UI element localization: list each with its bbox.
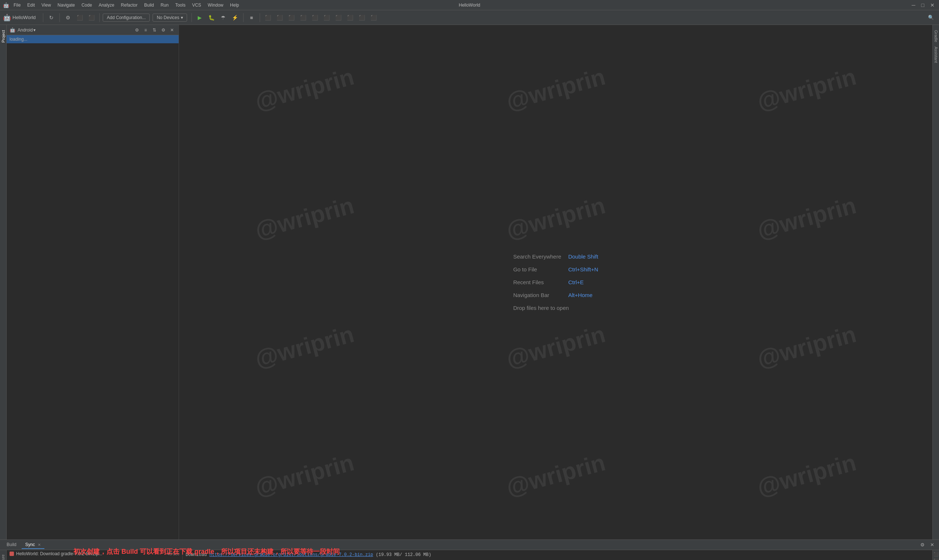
wm-12: @wriprin bbox=[669, 381, 933, 540]
sidebar-tab-project[interactable]: Project bbox=[0, 28, 6, 45]
toolbar-btn-extra-8[interactable]: ⬛ bbox=[345, 12, 356, 23]
toolbar-btn-extra-3[interactable]: ⬛ bbox=[286, 12, 297, 23]
menu-build[interactable]: Build bbox=[141, 2, 157, 8]
coverage-button[interactable]: ☂ bbox=[218, 12, 228, 23]
stop-button[interactable]: ■ bbox=[246, 12, 257, 23]
menu-file[interactable]: File bbox=[11, 2, 23, 8]
menu-vcs[interactable]: VCS bbox=[189, 2, 204, 8]
bottom-panel-actions: ⚙ ✕ bbox=[919, 541, 936, 549]
sidebar-tab-gradle[interactable]: Gradle bbox=[933, 28, 939, 45]
menu-refactor[interactable]: Refactor bbox=[118, 2, 140, 8]
menu-help[interactable]: Help bbox=[227, 2, 242, 8]
window-title: HelloWorld bbox=[459, 3, 480, 8]
wm-1: @wriprin bbox=[179, 25, 442, 184]
toolbar-separator-5 bbox=[243, 13, 243, 22]
build-row-text: HelloWorld: Download gradle-7.0.2-bin.zi… bbox=[16, 551, 102, 556]
bottom-content: ▶ 📌 ⊙ HelloWorld: Download gradle-7.0.2-… bbox=[0, 550, 939, 560]
hint-label-drop: Drop files here to open bbox=[513, 305, 569, 311]
toolbar-sync-btn[interactable]: ↻ bbox=[46, 12, 57, 23]
project-list-icon[interactable]: ≡ bbox=[142, 26, 149, 34]
build-output-panel: Download https://services.gradle.org/dis… bbox=[183, 550, 933, 560]
menu-code[interactable]: Code bbox=[79, 2, 95, 8]
debug-button[interactable]: 🐛 bbox=[206, 12, 217, 23]
close-button[interactable]: ✕ bbox=[929, 2, 936, 8]
build-row-item[interactable]: HelloWorld: Download gradle-7.0.2-bin.zi… bbox=[6, 550, 182, 557]
toolbar-separator-6 bbox=[260, 13, 260, 22]
wm-3: @wriprin bbox=[669, 25, 933, 184]
toolbar-separator-4 bbox=[191, 13, 192, 22]
toolbar-btn-extra-4[interactable]: ⬛ bbox=[298, 12, 308, 23]
menu-edit[interactable]: Edit bbox=[24, 2, 38, 8]
dropdown-arrow-icon: ▾ bbox=[33, 28, 35, 32]
editor-hints: Search Everywhere Double Shift Go to Fil… bbox=[513, 254, 598, 311]
tab-sync[interactable]: Sync ✕ bbox=[22, 541, 45, 549]
toolbar-btn-1[interactable]: ⚙ bbox=[63, 12, 73, 23]
wm-2: @wriprin bbox=[418, 25, 694, 184]
search-everywhere-button[interactable]: 🔍 bbox=[926, 12, 936, 23]
build-row-time: 49 sec bbox=[168, 552, 179, 556]
project-view-label: Android bbox=[18, 28, 32, 32]
toolbar-separator-2 bbox=[59, 13, 60, 22]
bottom-structure-tab[interactable]: Structure bbox=[0, 553, 6, 560]
bottom-close-icon[interactable]: ✕ bbox=[928, 541, 936, 549]
menu-analyze[interactable]: Analyze bbox=[96, 2, 117, 8]
bottom-settings-icon[interactable]: ⚙ bbox=[919, 541, 927, 549]
maximize-button[interactable]: □ bbox=[920, 2, 926, 8]
menu-view[interactable]: View bbox=[38, 2, 54, 8]
project-gear-icon[interactable]: ⚙ bbox=[160, 26, 167, 34]
editor-area: @wriprin @wriprin @wriprin @wriprin @wri… bbox=[179, 25, 933, 540]
toolbar-app-name: HelloWorld bbox=[12, 15, 35, 20]
bottom-tabs: Build Sync ✕ ⚙ ✕ bbox=[0, 540, 939, 550]
tab-sync-close-icon[interactable]: ✕ bbox=[38, 543, 41, 547]
project-sort-icon[interactable]: ⇅ bbox=[151, 26, 158, 34]
hint-label-search: Search Everywhere bbox=[513, 254, 565, 260]
hint-search-everywhere: Search Everywhere Double Shift bbox=[513, 254, 598, 260]
no-devices-label: No Devices bbox=[157, 15, 179, 20]
minimize-button[interactable]: ─ bbox=[910, 2, 917, 8]
wm-9: @wriprin bbox=[669, 252, 933, 441]
toolbar-btn-extra-6[interactable]: ⬛ bbox=[322, 12, 332, 23]
toolbar-app-icon: 🤖 bbox=[3, 14, 11, 22]
toolbar-btn-extra-5[interactable]: ⬛ bbox=[310, 12, 320, 23]
build-right-btn-2[interactable]: ⬛ bbox=[933, 558, 939, 560]
no-devices-dropdown-icon: ▾ bbox=[181, 15, 183, 20]
wm-7: @wriprin bbox=[179, 252, 442, 441]
project-view-dropdown[interactable]: Android ▾ bbox=[18, 28, 35, 32]
toolbar-btn-extra-7[interactable]: ⬛ bbox=[333, 12, 344, 23]
toolbar-btn-extra-2[interactable]: ⬛ bbox=[275, 12, 285, 23]
build-right-btn-1[interactable]: ⬛ bbox=[933, 552, 939, 557]
project-panel: 🤖 Android ▾ ⚙ ≡ ⇅ ⚙ ✕ loading... bbox=[6, 25, 179, 540]
hint-shortcut-nav: Alt+Home bbox=[568, 292, 593, 298]
hint-shortcut-goto: Ctrl+Shift+N bbox=[568, 266, 598, 272]
build-bottom-row: HelloWorld: Download gradle-7.0.2-bin.zi… bbox=[6, 550, 933, 560]
toolbar-btn-extra-1[interactable]: ⬛ bbox=[263, 12, 273, 23]
menu-run[interactable]: Run bbox=[158, 2, 172, 8]
wm-6: @wriprin bbox=[669, 123, 933, 312]
tab-build[interactable]: Build bbox=[3, 541, 20, 549]
sidebar-tab-assistant[interactable]: Assistant bbox=[933, 45, 939, 65]
menu-navigate[interactable]: Navigate bbox=[55, 2, 78, 8]
toolbar-btn-extra-9[interactable]: ⬛ bbox=[357, 12, 367, 23]
build-output-size: (19.93 MB/ 112.06 MB) bbox=[373, 552, 431, 557]
build-panel-left: HelloWorld: Download gradle-7.0.2-bin.zi… bbox=[6, 550, 183, 560]
add-configuration-button[interactable]: Add Configuration... bbox=[103, 14, 150, 22]
hint-drop-files: Drop files here to open bbox=[513, 305, 598, 311]
hint-label-goto: Go to File bbox=[513, 266, 565, 272]
hint-label-nav: Navigation Bar bbox=[513, 292, 565, 298]
menu-window[interactable]: Window bbox=[205, 2, 226, 8]
content-area: Project 🤖 Android ▾ ⚙ ≡ ⇅ ⚙ ✕ loading... bbox=[0, 25, 939, 540]
toolbar-btn-2[interactable]: ⬛ bbox=[74, 12, 85, 23]
profile-button[interactable]: ⚡ bbox=[230, 12, 240, 23]
toolbar-separator-1 bbox=[43, 13, 43, 22]
run-button[interactable]: ▶ bbox=[195, 12, 205, 23]
project-settings-icon[interactable]: ⚙ bbox=[133, 26, 140, 34]
toolbar-btn-extra-10[interactable]: ⬛ bbox=[369, 12, 379, 23]
no-devices-button[interactable]: No Devices ▾ bbox=[152, 14, 187, 22]
build-output-link[interactable]: https://services.gradle.org/distribution… bbox=[209, 552, 373, 557]
menu-tools[interactable]: Tools bbox=[172, 2, 189, 8]
project-close-icon[interactable]: ✕ bbox=[168, 26, 176, 34]
build-output-text: Download bbox=[186, 552, 209, 557]
toolbar-btn-3[interactable]: ⬛ bbox=[86, 12, 97, 23]
tab-sync-label: Sync bbox=[25, 542, 35, 547]
right-sidebar: Gradle Assistant bbox=[933, 25, 939, 540]
